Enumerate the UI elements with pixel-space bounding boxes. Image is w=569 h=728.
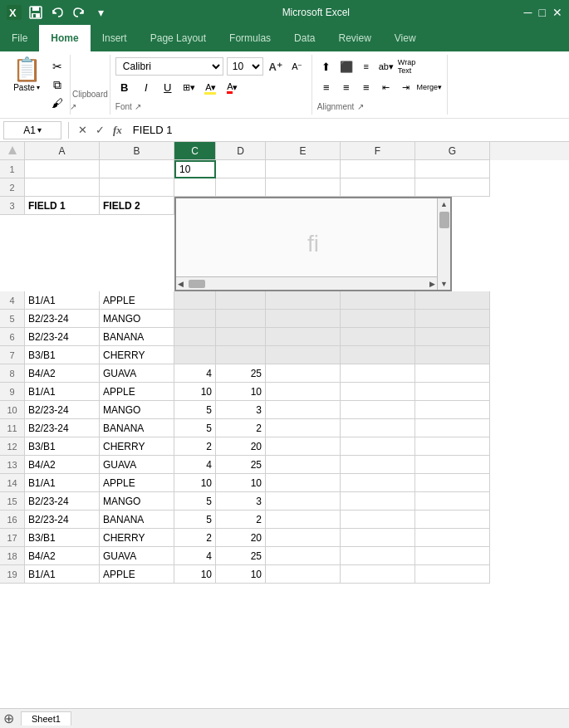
copy-button[interactable]: ⧉ [48,76,66,93]
cell-d11[interactable]: 2 [216,419,266,437]
cell-a7[interactable]: B3/B1 [25,346,100,364]
cell-e8[interactable] [266,364,341,383]
cell-d14[interactable]: 10 [216,474,266,492]
font-decrease-button[interactable]: A⁻ [288,57,307,76]
cell-d4[interactable] [216,291,266,310]
cell-e2[interactable] [266,178,341,197]
cell-c6[interactable] [174,328,216,346]
cell-g14[interactable] [415,474,490,492]
cut-button[interactable]: ✂ [48,58,66,75]
font-color-button[interactable]: A▾ [223,78,242,96]
add-sheet-button[interactable]: ⊕ [3,711,14,726]
cell-a15[interactable]: B2/23-24 [25,492,100,511]
cell-d13[interactable]: 25 [216,456,266,474]
align-left-button[interactable]: ≡ [317,78,336,96]
scroll-right-arrow[interactable]: ▶ [428,278,437,290]
cell-e4[interactable] [266,291,341,310]
cell-g10[interactable] [415,401,490,419]
italic-button[interactable]: I [137,78,155,96]
cell-a10[interactable]: B2/23-24 [25,401,100,419]
cell-f15[interactable] [341,492,415,511]
cell-f2[interactable] [341,178,415,197]
cell-a2[interactable] [25,178,100,197]
align-top-button[interactable]: ⬆ [317,57,336,76]
scroll-up-arrow[interactable]: ▲ [439,198,449,210]
col-header-f[interactable]: F [341,142,415,160]
cell-c13[interactable]: 4 [174,456,216,474]
merge-center-button[interactable]: Merge▾ [417,78,442,96]
cell-f11[interactable] [341,419,415,437]
cell-f16[interactable] [341,511,415,529]
cell-e5[interactable] [266,310,341,328]
cell-b17[interactable]: CHERRY [100,529,174,547]
row-num-1[interactable]: 1 [0,160,25,178]
cell-d8[interactable]: 25 [216,364,266,383]
cell-g2[interactable] [415,178,490,197]
cell-d12[interactable]: 20 [216,437,266,456]
tab-home[interactable]: Home [39,25,90,51]
save-icon[interactable] [28,5,43,20]
cell-f8[interactable] [341,364,415,383]
cell-g19[interactable] [415,565,490,584]
tab-insert[interactable]: Insert [91,25,139,51]
scroll-thumb-h[interactable] [189,280,205,288]
cell-e11[interactable] [266,419,341,437]
font-increase-button[interactable]: A⁺ [267,57,285,76]
font-family-select[interactable]: Calibri [115,57,223,76]
row-num-6[interactable]: 6 [0,328,25,346]
tab-view[interactable]: View [383,25,428,51]
row-num-17[interactable]: 17 [0,529,25,547]
cell-g18[interactable] [415,547,490,565]
cell-a8[interactable]: B4/A2 [25,364,100,383]
underline-button[interactable]: U [159,78,177,96]
cell-g5[interactable] [415,310,490,328]
row-num-11[interactable]: 11 [0,419,25,437]
cell-c19[interactable]: 10 [174,565,216,584]
cell-f14[interactable] [341,474,415,492]
cell-c18[interactable]: 4 [174,547,216,565]
confirm-formula-icon[interactable]: ✓ [93,124,107,136]
cell-d17[interactable]: 20 [216,529,266,547]
col-header-g[interactable]: G [415,142,490,160]
tab-page-layout[interactable]: Page Layout [139,25,218,51]
cell-c2[interactable] [174,178,216,197]
formula-input[interactable] [128,121,566,139]
cell-a6[interactable]: B2/23-24 [25,328,100,346]
col-header-c[interactable]: C [174,142,216,160]
cell-g17[interactable] [415,529,490,547]
scroll-left-arrow[interactable]: ◀ [176,278,185,290]
cell-f10[interactable] [341,401,415,419]
cell-c16[interactable]: 5 [174,511,216,529]
cell-f7[interactable] [341,346,415,364]
cell-g1[interactable] [415,160,490,178]
row-num-4[interactable]: 4 [0,291,25,310]
maximize-btn[interactable]: □ [539,6,546,19]
row-num-9[interactable]: 9 [0,383,25,401]
cell-a12[interactable]: B3/B1 [25,437,100,456]
cell-b19[interactable]: APPLE [100,565,174,584]
cell-c9[interactable]: 10 [174,383,216,401]
cell-g7[interactable] [415,346,490,364]
cell-a9[interactable]: B1/A1 [25,383,100,401]
cell-b3[interactable]: FIELD 2 [100,197,174,215]
cell-b13[interactable]: GUAVA [100,456,174,474]
tab-file[interactable]: File [0,25,39,51]
fill-color-button[interactable]: A ▾ [202,78,220,96]
tab-formulas[interactable]: Formulas [218,25,282,51]
cell-c15[interactable]: 5 [174,492,216,511]
clipboard-expand[interactable]: ↗ [70,102,76,115]
cell-a11[interactable]: B2/23-24 [25,419,100,437]
cell-e1[interactable] [266,160,341,178]
row-num-2[interactable]: 2 [0,178,25,197]
row-num-12[interactable]: 12 [0,437,25,456]
text-orientation-button[interactable]: ab▾ [377,57,395,76]
cell-d15[interactable]: 3 [216,492,266,511]
cell-e14[interactable] [266,474,341,492]
font-size-select[interactable]: 10 [227,57,263,76]
borders-button[interactable]: ⊞▾ [180,78,199,96]
cell-f5[interactable] [341,310,415,328]
cancel-formula-icon[interactable]: ✕ [76,124,90,136]
cell-b11[interactable]: BANANA [100,419,174,437]
cell-e6[interactable] [266,328,341,346]
cell-d19[interactable]: 10 [216,565,266,584]
